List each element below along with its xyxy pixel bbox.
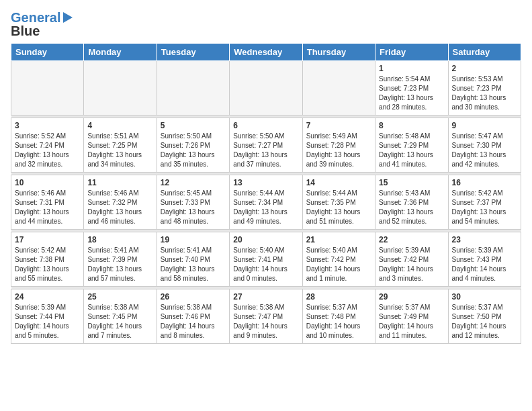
day-number: 17 (15, 235, 80, 244)
calendar-cell (11, 61, 84, 116)
calendar-cell (230, 61, 302, 116)
day-number: 23 (452, 235, 517, 244)
day-number: 24 (15, 292, 80, 302)
day-info: Sunrise: 5:53 AMSunset: 7:23 PMDaylight:… (452, 75, 517, 112)
day-number: 6 (233, 121, 298, 130)
calendar-cell: 21Sunrise: 5:40 AMSunset: 7:42 PMDayligh… (302, 232, 375, 287)
calendar-cell: 16Sunrise: 5:42 AMSunset: 7:37 PMDayligh… (448, 175, 521, 230)
day-info: Sunrise: 5:40 AMSunset: 7:41 PMDaylight:… (233, 246, 298, 283)
day-info: Sunrise: 5:48 AMSunset: 7:29 PMDaylight:… (379, 132, 444, 169)
calendar-table: SundayMondayTuesdayWednesdayThursdayFrid… (11, 43, 521, 344)
page-header: General Blue (11, 11, 521, 38)
day-info: Sunrise: 5:46 AMSunset: 7:32 PMDaylight:… (87, 189, 152, 226)
calendar-cell: 17Sunrise: 5:42 AMSunset: 7:38 PMDayligh… (11, 232, 84, 287)
day-info: Sunrise: 5:43 AMSunset: 7:36 PMDaylight:… (379, 189, 444, 226)
day-info: Sunrise: 5:47 AMSunset: 7:30 PMDaylight:… (452, 132, 517, 169)
calendar-cell: 10Sunrise: 5:46 AMSunset: 7:31 PMDayligh… (11, 175, 84, 230)
day-info: Sunrise: 5:41 AMSunset: 7:39 PMDaylight:… (87, 246, 152, 283)
col-header-sunday: Sunday (11, 44, 84, 61)
day-number: 26 (161, 292, 226, 302)
calendar-week-row: 3Sunrise: 5:52 AMSunset: 7:24 PMDaylight… (11, 118, 521, 173)
calendar-cell (157, 61, 229, 116)
calendar-cell: 14Sunrise: 5:44 AMSunset: 7:35 PMDayligh… (302, 175, 375, 230)
calendar-cell: 26Sunrise: 5:38 AMSunset: 7:46 PMDayligh… (157, 289, 229, 344)
day-info: Sunrise: 5:37 AMSunset: 7:49 PMDaylight:… (379, 303, 444, 340)
day-number: 20 (233, 235, 298, 244)
calendar-cell: 5Sunrise: 5:50 AMSunset: 7:26 PMDaylight… (157, 118, 229, 173)
day-number: 9 (452, 121, 517, 130)
day-number: 19 (161, 235, 226, 244)
calendar-header-row: SundayMondayTuesdayWednesdayThursdayFrid… (11, 44, 521, 61)
day-info: Sunrise: 5:44 AMSunset: 7:35 PMDaylight:… (306, 189, 371, 226)
day-number: 3 (15, 121, 80, 130)
day-info: Sunrise: 5:52 AMSunset: 7:24 PMDaylight:… (15, 132, 80, 169)
day-number: 4 (87, 121, 152, 130)
calendar-cell: 15Sunrise: 5:43 AMSunset: 7:36 PMDayligh… (375, 175, 448, 230)
calendar-cell (302, 61, 375, 116)
calendar-week-row: 24Sunrise: 5:39 AMSunset: 7:44 PMDayligh… (11, 289, 521, 344)
day-info: Sunrise: 5:38 AMSunset: 7:45 PMDaylight:… (87, 303, 152, 340)
day-info: Sunrise: 5:51 AMSunset: 7:25 PMDaylight:… (87, 132, 152, 169)
col-header-saturday: Saturday (448, 44, 521, 61)
day-info: Sunrise: 5:39 AMSunset: 7:44 PMDaylight:… (15, 303, 80, 340)
calendar-week-row: 1Sunrise: 5:54 AMSunset: 7:23 PMDaylight… (11, 61, 521, 116)
day-number: 2 (452, 64, 517, 73)
day-number: 1 (379, 64, 444, 73)
day-number: 14 (306, 178, 371, 187)
day-info: Sunrise: 5:37 AMSunset: 7:48 PMDaylight:… (306, 303, 371, 340)
calendar-cell: 18Sunrise: 5:41 AMSunset: 7:39 PMDayligh… (84, 232, 157, 287)
logo: General Blue (11, 11, 73, 38)
calendar-cell: 2Sunrise: 5:53 AMSunset: 7:23 PMDaylight… (448, 61, 521, 116)
calendar-cell: 13Sunrise: 5:44 AMSunset: 7:34 PMDayligh… (230, 175, 302, 230)
day-number: 7 (306, 121, 371, 130)
day-number: 21 (306, 235, 371, 244)
day-number: 15 (379, 178, 444, 187)
calendar-cell: 3Sunrise: 5:52 AMSunset: 7:24 PMDaylight… (11, 118, 84, 173)
calendar-cell: 9Sunrise: 5:47 AMSunset: 7:30 PMDaylight… (448, 118, 521, 173)
calendar-cell: 28Sunrise: 5:37 AMSunset: 7:48 PMDayligh… (302, 289, 375, 344)
day-info: Sunrise: 5:42 AMSunset: 7:37 PMDaylight:… (452, 189, 517, 226)
calendar-cell: 19Sunrise: 5:41 AMSunset: 7:40 PMDayligh… (157, 232, 229, 287)
day-number: 8 (379, 121, 444, 130)
calendar-cell: 25Sunrise: 5:38 AMSunset: 7:45 PMDayligh… (84, 289, 157, 344)
col-header-wednesday: Wednesday (230, 44, 302, 61)
calendar-cell: 7Sunrise: 5:49 AMSunset: 7:28 PMDaylight… (302, 118, 375, 173)
calendar-week-row: 10Sunrise: 5:46 AMSunset: 7:31 PMDayligh… (11, 175, 521, 230)
calendar-cell: 4Sunrise: 5:51 AMSunset: 7:25 PMDaylight… (84, 118, 157, 173)
day-info: Sunrise: 5:49 AMSunset: 7:28 PMDaylight:… (306, 132, 371, 169)
col-header-friday: Friday (375, 44, 448, 61)
day-info: Sunrise: 5:54 AMSunset: 7:23 PMDaylight:… (379, 75, 444, 112)
day-info: Sunrise: 5:44 AMSunset: 7:34 PMDaylight:… (233, 189, 298, 226)
calendar-cell: 27Sunrise: 5:38 AMSunset: 7:47 PMDayligh… (230, 289, 302, 344)
day-info: Sunrise: 5:39 AMSunset: 7:42 PMDaylight:… (379, 246, 444, 283)
calendar-cell: 23Sunrise: 5:39 AMSunset: 7:43 PMDayligh… (448, 232, 521, 287)
day-number: 5 (161, 121, 226, 130)
calendar-cell: 22Sunrise: 5:39 AMSunset: 7:42 PMDayligh… (375, 232, 448, 287)
day-number: 11 (87, 178, 152, 187)
calendar-week-row: 17Sunrise: 5:42 AMSunset: 7:38 PMDayligh… (11, 232, 521, 287)
day-number: 25 (87, 292, 152, 302)
day-info: Sunrise: 5:50 AMSunset: 7:27 PMDaylight:… (233, 132, 298, 169)
calendar-cell: 11Sunrise: 5:46 AMSunset: 7:32 PMDayligh… (84, 175, 157, 230)
day-info: Sunrise: 5:37 AMSunset: 7:50 PMDaylight:… (452, 303, 517, 340)
col-header-tuesday: Tuesday (157, 44, 229, 61)
day-info: Sunrise: 5:39 AMSunset: 7:43 PMDaylight:… (452, 246, 517, 283)
calendar-cell: 24Sunrise: 5:39 AMSunset: 7:44 PMDayligh… (11, 289, 84, 344)
day-number: 16 (452, 178, 517, 187)
col-header-thursday: Thursday (302, 44, 375, 61)
logo-blue-text: Blue (11, 24, 40, 38)
day-number: 22 (379, 235, 444, 244)
day-info: Sunrise: 5:38 AMSunset: 7:46 PMDaylight:… (161, 303, 226, 340)
day-number: 27 (233, 292, 298, 302)
logo-arrow-icon (63, 12, 73, 23)
calendar-cell: 6Sunrise: 5:50 AMSunset: 7:27 PMDaylight… (230, 118, 302, 173)
day-info: Sunrise: 5:38 AMSunset: 7:47 PMDaylight:… (233, 303, 298, 340)
day-info: Sunrise: 5:50 AMSunset: 7:26 PMDaylight:… (161, 132, 226, 169)
calendar-cell: 8Sunrise: 5:48 AMSunset: 7:29 PMDaylight… (375, 118, 448, 173)
day-number: 10 (15, 178, 80, 187)
day-info: Sunrise: 5:45 AMSunset: 7:33 PMDaylight:… (161, 189, 226, 226)
day-number: 28 (306, 292, 371, 302)
day-info: Sunrise: 5:41 AMSunset: 7:40 PMDaylight:… (161, 246, 226, 283)
day-number: 18 (87, 235, 152, 244)
col-header-monday: Monday (84, 44, 157, 61)
